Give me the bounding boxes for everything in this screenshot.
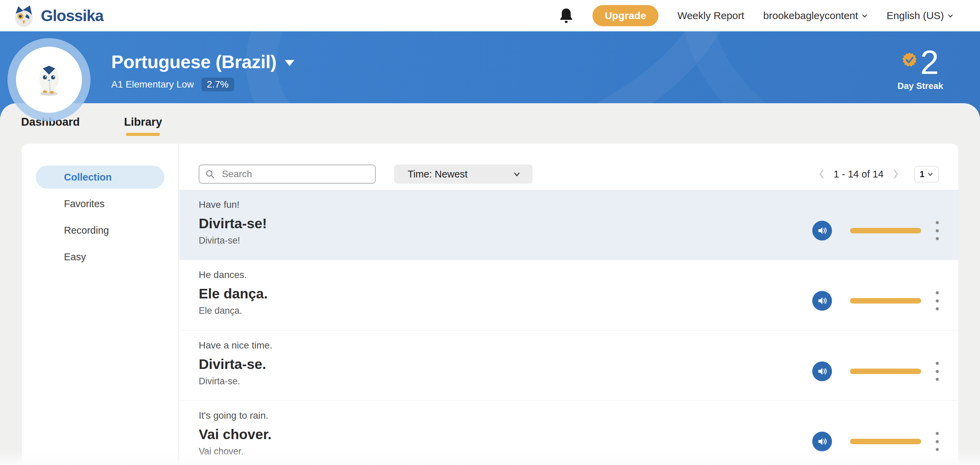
search-icon <box>205 169 215 179</box>
sidebar-item-recording[interactable]: Recording <box>22 219 178 242</box>
sentence-source: It's going to rain. <box>199 410 958 421</box>
chevron-right-icon[interactable] <box>892 169 899 179</box>
progress-fill <box>850 439 921 444</box>
sentence-source: Have fun! <box>199 199 958 210</box>
search-input[interactable] <box>199 165 375 184</box>
play-audio-button[interactable] <box>812 221 832 241</box>
sentence-list: Have fun! Divirta-se! Divirta-se! <box>179 190 958 465</box>
streak-label: Day Streak <box>898 81 943 91</box>
interface-language-menu[interactable]: English (US) <box>887 10 953 21</box>
progress-bar <box>850 298 921 304</box>
row-menu-button[interactable] <box>935 221 939 241</box>
sentence-row[interactable]: Have fun! Divirta-se! Divirta-se! <box>179 190 958 260</box>
progress-fill <box>850 228 921 233</box>
upgrade-button[interactable]: Upgrade <box>592 5 659 26</box>
progress-fill <box>850 369 921 374</box>
play-audio-button[interactable] <box>812 431 832 451</box>
speaker-icon <box>817 436 827 447</box>
chevron-down-icon <box>513 170 521 178</box>
library-sidebar: Collection Favorites Recording Easy <box>22 144 179 465</box>
pagination-range: 1 - 14 of 14 <box>834 169 884 180</box>
progress-bar <box>850 369 921 374</box>
owl-logo-icon <box>11 3 36 28</box>
library-card: Collection Favorites Recording Easy <box>22 144 958 465</box>
row-controls <box>812 221 939 241</box>
row-controls <box>812 361 939 382</box>
chevron-down-icon <box>947 13 953 19</box>
avatar-circle <box>16 47 82 113</box>
sentence-row[interactable]: He dances. Ele dança. Ele dança. <box>179 260 958 330</box>
owl-character-icon <box>31 61 67 99</box>
sort-selected-value: Time: Newest <box>408 169 468 180</box>
library-toolbar: Time: Newest 1 - 14 of 14 <box>179 144 958 184</box>
tab-library[interactable]: Library <box>124 115 162 136</box>
chevron-down-icon <box>862 13 868 19</box>
caret-down-icon <box>285 60 294 66</box>
progress-bar <box>850 228 921 233</box>
account-name: brookebagleycontent <box>763 10 858 21</box>
weekly-report-link[interactable]: Weekly Report <box>678 10 744 21</box>
page-number: 1 <box>920 169 924 179</box>
progress-bar <box>850 439 921 444</box>
row-controls <box>812 431 939 452</box>
speaker-icon <box>817 366 827 376</box>
sentence-source: Have a nice time. <box>199 340 958 351</box>
user-avatar[interactable] <box>8 38 91 121</box>
streak-count: 2 <box>920 45 939 80</box>
streak-widget: 2 Day Streak <box>898 45 943 91</box>
sidebar-item-easy[interactable]: Easy <box>22 245 178 268</box>
row-menu-button[interactable] <box>935 361 939 382</box>
speaker-icon <box>817 296 827 306</box>
topbar-actions: Upgrade Weekly Report brookebagleyconten… <box>559 5 953 26</box>
glossika-logo[interactable]: Glossika <box>11 3 103 28</box>
sentence-row[interactable]: Have a nice time. Divirta-se. Divirta-se… <box>179 330 958 400</box>
page-selector[interactable]: 1 <box>914 166 939 182</box>
streak-badge-icon <box>902 53 917 67</box>
interface-language-label: English (US) <box>887 10 944 21</box>
course-subheader: A1 Elementary Low 2.7% <box>111 78 294 91</box>
sentence-source: He dances. <box>199 270 958 280</box>
play-audio-button[interactable] <box>812 291 832 311</box>
row-menu-button[interactable] <box>935 431 939 452</box>
sentence-row[interactable]: It's going to rain. Vai chover. Vai chov… <box>179 400 958 465</box>
course-header: Portuguese (Brazil) A1 Elementary Low 2.… <box>111 51 294 91</box>
play-audio-button[interactable] <box>812 361 832 381</box>
chevron-down-icon <box>927 171 933 177</box>
content-sheet: Dashboard Library Collection Favorites R… <box>0 103 980 465</box>
level-label: A1 Elementary Low <box>111 79 194 90</box>
top-navigation-bar: Glossika Upgrade Weekly Report brookebag… <box>0 0 980 31</box>
glossika-app: Glossika Upgrade Weekly Report brookebag… <box>0 0 980 465</box>
sidebar-item-collection[interactable]: Collection <box>36 166 164 189</box>
brand-name: Glossika <box>41 6 103 25</box>
progress-percent-badge: 2.7% <box>202 78 234 91</box>
chevron-left-icon[interactable] <box>818 169 825 179</box>
sort-dropdown[interactable]: Time: Newest <box>394 165 533 184</box>
speaker-icon <box>817 225 827 236</box>
library-main: Time: Newest 1 - 14 of 14 <box>179 144 958 465</box>
row-menu-button[interactable] <box>935 291 939 311</box>
course-switcher[interactable]: Portuguese (Brazil) <box>111 51 294 72</box>
progress-fill <box>850 298 921 304</box>
sidebar-item-favorites[interactable]: Favorites <box>22 192 178 215</box>
course-title: Portuguese (Brazil) <box>111 51 277 72</box>
row-controls <box>812 291 939 311</box>
account-menu[interactable]: brookebagleycontent <box>763 10 868 21</box>
pagination: 1 - 14 of 14 1 <box>818 166 939 182</box>
search-box <box>199 165 375 184</box>
notifications-bell-icon[interactable] <box>559 8 573 24</box>
